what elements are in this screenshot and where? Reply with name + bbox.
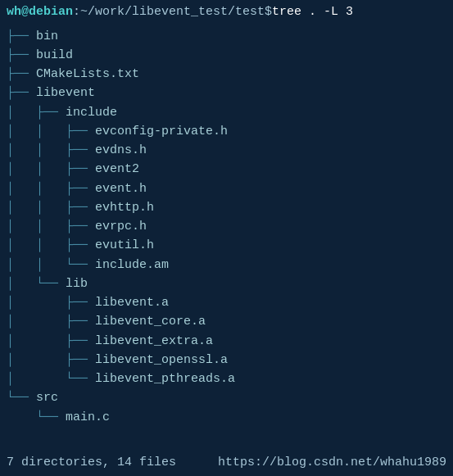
tree-line: ├── bin [7,27,446,46]
tree-line: │ ├── libevent_openssl.a [7,351,446,369]
tree-item-name: bin [36,27,58,46]
tree-item-name: main.c [66,408,110,427]
footer-stats: 7 directories, 14 files [7,456,176,469]
tree-line: └── src [7,388,446,407]
tree-line: │ │ └── include.am [7,256,446,274]
tree-branch-chars: └── [36,408,66,427]
tree-line: │ │ ├── evconfig-private.h [7,122,446,141]
tree-branch-chars: ├── [66,198,95,217]
tree-item-name: libevent_core.a [95,312,206,331]
tree-branch-chars: └── [66,256,95,274]
tree-indent: │ [7,274,36,293]
tree-item-name: include [66,103,117,122]
tree-item-name: evhttp.h [95,198,154,217]
prompt-path: :~/work/libevent_test/test [73,3,265,22]
tree-item-name: CMakeLists.txt [36,65,139,84]
tree-branch-chars: ├── [66,236,95,255]
tree-indent: │ │ [7,198,66,217]
tree-line: │ └── libevent_pthreads.a [7,369,446,388]
tree-indent: │ │ [7,217,66,236]
tree-indent: │ │ [7,122,66,141]
tree-branch-chars: ├── [7,84,36,102]
tree-line: │ │ ├── event.h [7,179,446,198]
tree-branch-chars: ├── [66,293,95,312]
tree-branch-chars: ├── [66,312,95,331]
tree-item-name: libevent_pthreads.a [95,369,235,388]
tree-indent: │ [7,332,66,351]
tree-indent: │ [7,103,36,122]
tree-line: ├── libevent [7,84,446,102]
tree-item-name: evdns.h [95,141,147,160]
tree-line: │ ├── include [7,103,446,122]
tree-branch-chars: └── [36,274,66,293]
tree-branch-chars: ├── [7,65,36,84]
tree-line: │ ├── libevent_extra.a [7,332,446,351]
tree-branch-chars: ├── [66,122,95,141]
tree-item-name: event2 [95,160,139,179]
tree-branch-chars: ├── [66,332,95,351]
tree-indent: │ [7,351,66,369]
tree-indent: │ [7,312,66,331]
tree-item-name: libevent_openssl.a [95,351,228,369]
prompt-user: wh@debian [7,3,73,22]
tree-item-name: evrpc.h [95,217,147,236]
tree-item-name: libevent_extra.a [95,332,213,351]
tree-line: │ │ ├── event2 [7,160,446,179]
tree-item-name: include.am [95,256,169,274]
tree-line: ├── build [7,46,446,65]
tree-item-name: libevent.a [95,293,169,312]
tree-branch-chars: ├── [7,27,36,46]
prompt-command: tree . -L 3 [272,3,353,22]
tree-branch-chars: ├── [66,160,95,179]
tree-output: ├── bin├── build├── CMakeLists.txt├── li… [7,27,446,427]
footer: 7 directories, 14 files https://blog.csd… [7,456,446,469]
tree-item-name: src [36,388,58,407]
tree-indent [7,408,36,427]
tree-line: │ └── lib [7,274,446,293]
tree-indent: │ │ [7,179,66,198]
tree-item-name: libevent [36,84,95,102]
tree-branch-chars: ├── [66,351,95,369]
tree-line: │ │ ├── evhttp.h [7,198,446,217]
tree-indent: │ │ [7,256,66,274]
terminal: wh@debian :~/work/libevent_test/test $ t… [0,0,453,476]
tree-line: │ │ ├── evdns.h [7,141,446,160]
prompt-dollar: $ [265,3,272,22]
tree-line: ├── CMakeLists.txt [7,65,446,84]
tree-line: └── main.c [7,408,446,427]
tree-indent: │ │ [7,236,66,255]
tree-item-name: evutil.h [95,236,154,255]
tree-item-name: event.h [95,179,147,198]
tree-item-name: lib [66,274,88,293]
tree-item-name: evconfig-private.h [95,122,228,141]
tree-branch-chars: ├── [66,179,95,198]
tree-branch-chars: └── [66,369,95,388]
tree-line: │ │ ├── evutil.h [7,236,446,255]
footer-url: https://blog.csdn.net/whahu1989 [218,456,446,469]
tree-indent: │ [7,369,66,388]
tree-branch-chars: ├── [7,46,36,65]
tree-indent: │ │ [7,160,66,179]
tree-branch-chars: ├── [66,217,95,236]
tree-line: │ │ ├── evrpc.h [7,217,446,236]
tree-indent: │ [7,293,66,312]
tree-line: │ ├── libevent.a [7,293,446,312]
tree-item-name: build [36,46,73,65]
terminal-header: wh@debian :~/work/libevent_test/test $ t… [7,3,446,22]
tree-branch-chars: ├── [66,141,95,160]
tree-branch-chars: └── [7,388,36,407]
tree-branch-chars: ├── [36,103,66,122]
tree-indent: │ │ [7,141,66,160]
tree-line: │ ├── libevent_core.a [7,312,446,331]
